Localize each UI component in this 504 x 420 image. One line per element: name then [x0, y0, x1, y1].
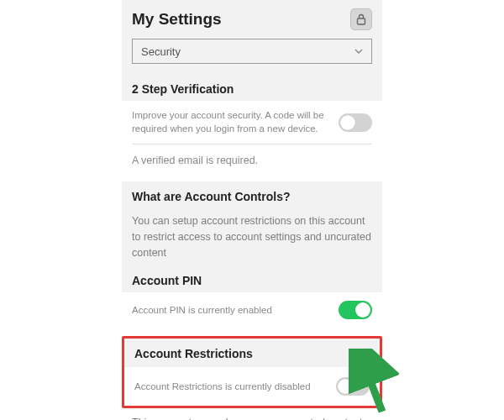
pin-card: Account PIN is currently enabled [122, 292, 382, 328]
pin-toggle[interactable] [339, 301, 372, 319]
verified-email-text: A verified email is required. [132, 153, 372, 168]
category-select-row: Security [122, 35, 382, 74]
settings-panel: My Settings Security 2 Step Verification… [122, 0, 382, 420]
restrictions-toggle[interactable] [336, 377, 370, 396]
restrictions-heading: Account Restrictions [124, 339, 380, 367]
two-step-desc: Improve your account security. A code wi… [132, 109, 328, 135]
category-select[interactable]: Security [132, 39, 372, 64]
verified-email-note: A verified email is required. [122, 144, 382, 176]
lock-button[interactable] [350, 8, 372, 30]
pin-heading: Account PIN [122, 269, 382, 292]
two-step-heading: 2 Step Verification [122, 74, 382, 101]
svg-rect-0 [358, 18, 365, 24]
two-step-card: Improve your account security. A code wi… [122, 101, 382, 144]
pin-status: Account PIN is currently enabled [132, 304, 272, 318]
chevron-down-icon [354, 49, 363, 54]
category-select-label: Security [141, 45, 181, 58]
page-title: My Settings [132, 10, 222, 29]
controls-heading: What are Account Controls? [122, 181, 382, 208]
restrictions-card: Account Restrictions is currently disabl… [124, 367, 380, 406]
restrictions-highlight: Account Restrictions Account Restriction… [122, 336, 382, 408]
restrictions-footer: This account can only access our curated… [122, 408, 382, 420]
restrictions-status: Account Restrictions is currently disabl… [134, 381, 311, 394]
two-step-toggle[interactable] [339, 113, 372, 132]
controls-desc: You can setup account restrictions on th… [122, 208, 382, 269]
lock-icon [356, 13, 366, 25]
restrictions-footer-a: This account can only access our curated… [132, 417, 362, 420]
header-row: My Settings [122, 0, 382, 35]
